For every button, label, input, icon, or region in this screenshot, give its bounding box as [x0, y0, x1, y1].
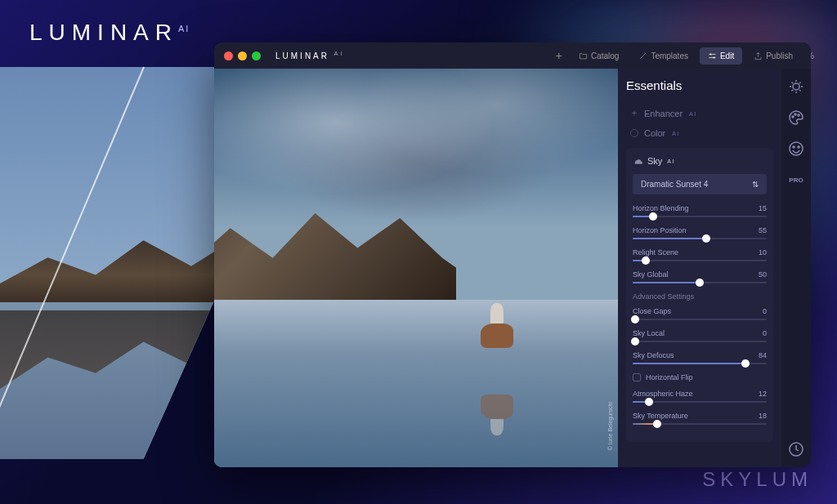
slider-label: Horizon Blending [633, 204, 689, 212]
edit-sidebar: Essentials EnhancerA I ColorA I SkyA I D… [618, 69, 781, 467]
tool-iconbar: PRO [781, 69, 811, 467]
slider-label: Atmospheric Haze [633, 390, 693, 398]
advanced-label: Advanced Settings [633, 292, 767, 301]
slider-relight-scene[interactable]: Relight Scene10 [633, 248, 767, 261]
slider-value: 50 [759, 270, 767, 279]
photo-subject [481, 303, 517, 348]
sky-panel-header[interactable]: SkyA I [633, 156, 767, 166]
svg-point-9 [798, 146, 799, 148]
history-icon[interactable] [788, 441, 804, 457]
company-name: SKYLUM [702, 468, 812, 491]
nav-edit[interactable]: Edit [700, 47, 742, 65]
slider-track[interactable] [633, 260, 767, 261]
slider-track[interactable] [633, 423, 767, 425]
svg-point-8 [793, 146, 794, 148]
horizontal-flip-checkbox[interactable]: Horizontal Flip [633, 373, 767, 381]
sky-panel: SkyA I Dramatic Sunset 4 ⇅ Horizon Blend… [626, 148, 773, 442]
slider-track[interactable] [633, 341, 767, 342]
slider-track[interactable] [633, 282, 767, 283]
slider-value: 84 [759, 351, 767, 359]
slider-sky-defocus[interactable]: Sky Defocus84 [633, 351, 767, 364]
slider-thumb[interactable] [696, 279, 704, 287]
slider-label: Horizon Position [633, 226, 687, 234]
slider-track[interactable] [633, 238, 767, 239]
slider-track[interactable] [633, 401, 767, 403]
share-icon [754, 51, 763, 60]
slider-sky-global[interactable]: Sky Global50 [633, 270, 767, 283]
tool-enhancer[interactable]: EnhancerA I [626, 104, 773, 123]
svg-point-1 [713, 56, 714, 58]
window-close[interactable] [224, 51, 233, 60]
slider-label: Sky Global [633, 270, 669, 279]
essentials-tab-icon[interactable] [788, 78, 804, 95]
slider-thumb[interactable] [631, 337, 639, 346]
chevron-updown-icon: ⇅ [752, 180, 759, 189]
slider-value: 55 [759, 226, 767, 234]
svg-point-5 [794, 114, 796, 115]
tool-color[interactable]: ColorA I [626, 123, 773, 143]
slider-track[interactable] [633, 319, 767, 320]
slider-close-gaps[interactable]: Close Gaps0 [633, 307, 767, 320]
slider-label: Sky Local [633, 329, 665, 337]
app-title: LUMINAR AI [275, 51, 344, 60]
slider-thumb[interactable] [649, 212, 657, 221]
wand-icon [638, 51, 647, 60]
slider-thumb[interactable] [645, 398, 653, 406]
slider-track[interactable] [633, 216, 767, 217]
folder-icon [579, 51, 588, 60]
slider-atmospheric-haze[interactable]: Atmospheric Haze12 [633, 390, 767, 403]
slider-thumb[interactable] [642, 256, 650, 265]
slider-thumb[interactable] [631, 315, 639, 323]
slider-value: 18 [759, 412, 767, 420]
cloud-icon [633, 156, 642, 166]
palette-icon [629, 128, 639, 138]
svg-point-3 [793, 83, 799, 90]
slider-horizon-position[interactable]: Horizon Position55 [633, 226, 767, 239]
slider-value: 12 [759, 390, 767, 398]
slider-label: Sky Defocus [633, 351, 674, 359]
nav-publish[interactable]: Publish [745, 47, 801, 65]
slider-value: 0 [763, 307, 767, 315]
slider-label: Close Gaps [633, 307, 671, 315]
slider-horizon-blending[interactable]: Horizon Blending15 [633, 204, 767, 217]
svg-point-6 [798, 114, 799, 116]
slider-thumb[interactable] [653, 420, 661, 428]
sliders-icon [708, 51, 717, 60]
add-button[interactable]: + [551, 46, 567, 65]
slider-sky-local[interactable]: Sky Local0 [633, 329, 767, 342]
slider-sky-temperature[interactable]: Sky Temperature18 [633, 412, 767, 425]
panel-title: Essentials [626, 78, 773, 92]
window-minimize[interactable] [238, 51, 247, 60]
svg-point-0 [709, 53, 711, 55]
svg-point-2 [631, 130, 638, 137]
nav-catalog[interactable]: Catalog [571, 47, 627, 65]
sparkle-icon [629, 109, 639, 118]
slider-value: 10 [759, 248, 767, 256]
portrait-tab-icon[interactable] [788, 140, 804, 157]
slider-thumb[interactable] [741, 359, 750, 368]
slider-value: 15 [759, 204, 767, 212]
slider-label: Relight Scene [633, 248, 678, 256]
pro-tab-icon[interactable]: PRO [788, 172, 804, 188]
app-window: LUMINAR AI + Catalog Templates Edit Publ… [214, 42, 811, 467]
photo-credit: © Iurie Belegurschi [607, 402, 613, 450]
checkbox-icon [633, 373, 641, 381]
slider-value: 0 [763, 329, 767, 337]
titlebar: LUMINAR AI + Catalog Templates Edit Publ… [214, 42, 811, 69]
slider-thumb[interactable] [702, 234, 710, 243]
brand-logo: LUMINARAI [29, 20, 190, 46]
svg-point-4 [792, 116, 794, 118]
sky-preset-select[interactable]: Dramatic Sunset 4 ⇅ [633, 174, 767, 194]
slider-label: Sky Temperature [633, 412, 688, 420]
nav-templates[interactable]: Templates [630, 47, 696, 65]
slider-track[interactable] [633, 363, 767, 364]
photo-canvas[interactable]: © Iurie Belegurschi [214, 69, 618, 467]
creative-tab-icon[interactable] [788, 109, 804, 126]
window-maximize[interactable] [252, 51, 261, 60]
